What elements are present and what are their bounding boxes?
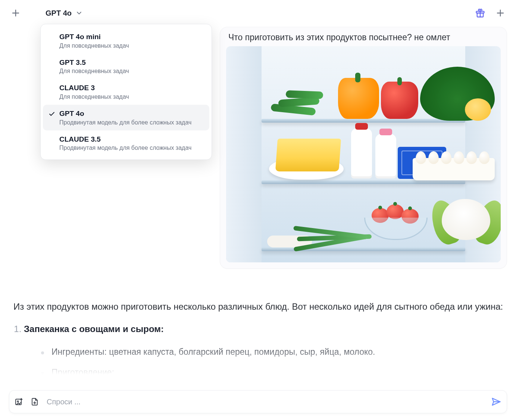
- assistant-message: Из этих продуктов можно приготовить неск…: [13, 300, 506, 378]
- gift-button[interactable]: [473, 6, 487, 20]
- svg-point-8: [17, 401, 18, 402]
- chevron-down-icon: [75, 9, 83, 17]
- model-option-subtitle: Для повседневных задач: [59, 42, 129, 49]
- model-option-subtitle: Продвинутая модель для более сложных зад…: [59, 119, 191, 126]
- model-option-gpt35[interactable]: GPT 3.5 Для повседневных задач: [43, 54, 209, 79]
- check-icon: [49, 111, 55, 117]
- model-option-subtitle: Для повседневных задач: [59, 94, 129, 100]
- image-sparkle-icon: [15, 397, 24, 406]
- model-selector-label: GPT 4o: [46, 9, 72, 18]
- model-option-title: GPT 4o mini: [59, 32, 129, 42]
- file-attach-button[interactable]: [30, 397, 39, 406]
- fridge-photo-illustration: [226, 46, 501, 262]
- gift-icon: [475, 8, 485, 18]
- recipe-title: Запеканка с овощами и сыром:: [24, 324, 164, 334]
- new-chat-button[interactable]: [9, 6, 22, 20]
- plus-icon: [496, 9, 505, 18]
- add-button[interactable]: [494, 6, 507, 20]
- send-button[interactable]: [491, 397, 501, 407]
- file-plus-icon: [30, 397, 39, 406]
- recipe-bullet: Ингредиенты: цветная капуста, болгарский…: [41, 347, 506, 357]
- composer: [9, 390, 507, 413]
- user-message-text: Что приготовить из этих продуктов посытн…: [228, 32, 501, 42]
- model-option-claude3[interactable]: CLAUDE 3 Для повседневных задач: [43, 79, 209, 105]
- model-selector[interactable]: GPT 4o: [42, 7, 87, 20]
- image-attach-button[interactable]: [15, 397, 24, 406]
- model-option-gpt4o[interactable]: GPT 4o Продвинутая модель для более слож…: [43, 105, 209, 130]
- send-icon: [491, 397, 501, 407]
- model-option-subtitle: Для повседневных задач: [59, 68, 129, 75]
- user-message: Что приготовить из этих продуктов посытн…: [220, 27, 507, 269]
- composer-input[interactable]: [46, 397, 484, 407]
- model-dropdown: GPT 4o mini Для повседневных задач GPT 3…: [40, 24, 212, 160]
- plus-icon: [11, 9, 20, 18]
- recipe-bullet: Приготовление:: [41, 367, 506, 378]
- model-option-title: CLAUDE 3.5: [59, 135, 191, 144]
- model-option-title: CLAUDE 3: [59, 83, 129, 93]
- model-option-gpt4o-mini[interactable]: GPT 4o mini Для повседневных задач: [43, 28, 209, 54]
- assistant-intro: Из этих продуктов можно приготовить неск…: [13, 300, 506, 313]
- model-option-claude35[interactable]: CLAUDE 3.5 Продвинутая модель для более …: [43, 130, 209, 156]
- recipe-item: Запеканка с овощами и сыром: Ингредиенты…: [24, 324, 506, 378]
- user-attached-image[interactable]: [226, 46, 501, 262]
- model-option-subtitle: Продвинутая модель для более сложных зад…: [59, 145, 191, 151]
- model-option-title: GPT 4o: [59, 109, 191, 119]
- model-option-title: GPT 3.5: [59, 58, 129, 67]
